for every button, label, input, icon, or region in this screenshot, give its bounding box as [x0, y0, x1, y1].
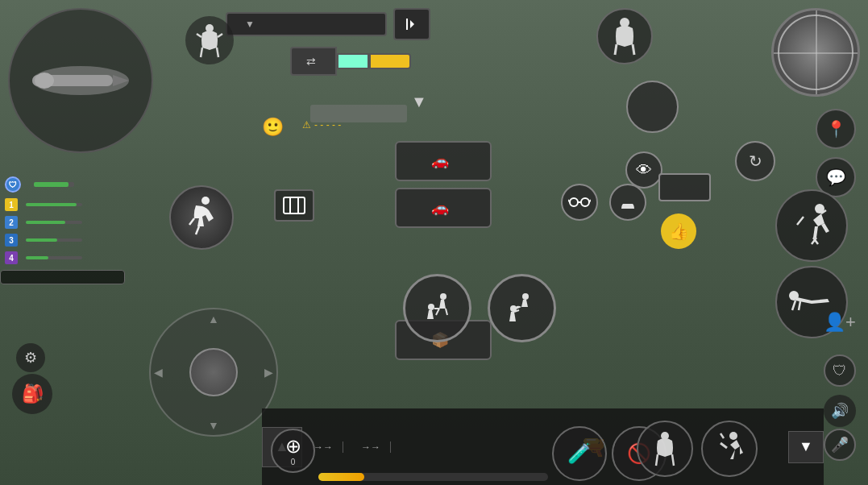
- add-teammate-icon: 👤+: [824, 306, 856, 338]
- mic-icon: 🎤: [831, 436, 849, 454]
- ammo-mode-2: →→: [358, 441, 391, 453]
- team-item-1: 1: [0, 196, 125, 213]
- team-header: 🛡: [0, 173, 125, 196]
- sprint-area: [169, 185, 234, 253]
- team-num-2: 2: [5, 216, 18, 229]
- ammo-dropdown-btn[interactable]: ▼: [788, 431, 824, 463]
- follow-button[interactable]: [0, 270, 125, 284]
- team-panel: 🛡 1 2 3 4: [0, 173, 125, 284]
- svg-rect-8: [284, 197, 305, 213]
- joystick-inner[interactable]: [189, 348, 238, 396]
- team-num-3: 3: [5, 234, 18, 247]
- cancel-button[interactable]: [771, 8, 860, 97]
- svg-rect-4: [406, 19, 408, 30]
- rescue-button[interactable]: [403, 274, 471, 342]
- smiley-icon: 🙂: [262, 117, 284, 137]
- sprint-button[interactable]: [169, 185, 234, 250]
- scope-line-v: [816, 10, 817, 94]
- svg-point-18: [428, 304, 434, 310]
- drive-button[interactable]: 🚗: [395, 141, 492, 181]
- medkit-icon: ⊕: [285, 435, 301, 458]
- medkit-count: 0: [291, 458, 296, 466]
- like-button[interactable]: 👍: [661, 213, 696, 249]
- ammo-arrow-2: →→: [361, 441, 380, 453]
- bottom-teammates: [637, 421, 758, 477]
- settings-icon: ⚙: [24, 349, 37, 367]
- map-icon-area: [274, 189, 314, 222]
- item-button-1[interactable]: 🧪: [552, 426, 607, 481]
- shield-button[interactable]: 🛡: [824, 354, 856, 387]
- eye-button[interactable]: 👁: [625, 151, 662, 189]
- arrows-icon: ⇄: [306, 55, 316, 68]
- medkit-button[interactable]: ⊕ 0: [271, 429, 315, 473]
- map-button[interactable]: [274, 189, 314, 222]
- team-num-1: 1: [5, 198, 18, 211]
- team-num-4: 4: [5, 251, 18, 264]
- team-item-4: 4: [0, 249, 125, 267]
- reset-button[interactable]: [337, 53, 369, 69]
- hand-button[interactable]: [609, 184, 646, 221]
- glasses-button[interactable]: [561, 184, 598, 221]
- ammo-arrow-1: →→: [314, 441, 333, 453]
- svg-point-12: [581, 198, 589, 206]
- getin-icon: 🚗: [431, 199, 449, 217]
- side-area: ↻: [735, 141, 775, 184]
- person-plus-icon: 👤+: [824, 312, 856, 333]
- svg-point-17: [440, 293, 446, 300]
- rescue-carry-row: [403, 274, 556, 342]
- svg-point-11: [570, 198, 578, 206]
- svg-point-3: [35, 73, 54, 89]
- teammate-circle-2[interactable]: [701, 421, 758, 477]
- shield-icon: 🛡: [833, 363, 847, 379]
- svg-point-19: [522, 293, 529, 300]
- progress-bar: [318, 473, 548, 481]
- joystick-outer[interactable]: ◀ ▶ ▲ ▼: [149, 308, 278, 437]
- top-bar: ▼: [226, 8, 860, 40]
- progress-fill: [318, 473, 364, 481]
- emoji-btn[interactable]: 🙂: [262, 117, 284, 138]
- thumbsup-icon: 👍: [669, 222, 689, 241]
- eye-icon: 👁: [636, 161, 652, 180]
- player-figure-top: [596, 8, 653, 64]
- team-item-3: 3: [0, 231, 125, 249]
- carry-button[interactable]: [488, 274, 556, 342]
- svg-point-23: [729, 432, 737, 440]
- layout-button[interactable]: ⇄: [290, 47, 337, 76]
- exit-icon-btn[interactable]: [393, 8, 430, 40]
- save-button[interactable]: [369, 53, 411, 69]
- svg-point-7: [201, 197, 210, 205]
- player-figure-2: [185, 16, 234, 64]
- teammate-circle-1[interactable]: [637, 421, 693, 477]
- header-badge: 🛡: [5, 176, 21, 193]
- volume-icon: 🔊: [831, 402, 849, 420]
- scope-button[interactable]: [658, 173, 711, 201]
- warning-icon: ⚠: [302, 119, 311, 131]
- chat-icon: 💬: [826, 168, 846, 187]
- joystick-arrow-down: ▼: [208, 419, 219, 432]
- location-btn[interactable]: 📍: [816, 109, 856, 149]
- volume-button[interactable]: 🔊: [824, 395, 856, 427]
- mode-dropdown[interactable]: ▼: [226, 12, 387, 36]
- bullet-circle: [8, 8, 153, 153]
- backpack-button[interactable]: 🎒: [12, 374, 52, 414]
- location-icon: 📍: [826, 119, 846, 139]
- settings-button[interactable]: ⚙: [16, 343, 45, 372]
- layout-row: ⇄: [290, 47, 411, 76]
- mic-button[interactable]: 🎤: [824, 429, 856, 461]
- side-refresh-button[interactable]: ↻: [735, 141, 775, 181]
- team-item-2: 2: [0, 213, 125, 231]
- drive-icon: 🚗: [431, 152, 449, 170]
- chevron-dropdown-btn[interactable]: ▼: [411, 93, 427, 111]
- get-in-button[interactable]: 🚗: [395, 188, 492, 228]
- ammo-mode-1: →→: [310, 441, 343, 453]
- item-icon-1: 🧪: [567, 442, 592, 465]
- backpack-icon: 🎒: [22, 383, 44, 404]
- run-figure-right: [775, 189, 848, 262]
- joystick-arrow-right: ▶: [264, 366, 273, 379]
- mode-chevron-icon: ▼: [245, 19, 255, 30]
- fpp-button[interactable]: [626, 81, 679, 133]
- refresh-icon: ↻: [749, 151, 762, 171]
- joystick-arrow-left: ◀: [154, 366, 163, 379]
- joystick-area[interactable]: ◀ ▶ ▲ ▼: [149, 308, 278, 437]
- warning-area: ⚠ - - - - -: [302, 119, 341, 131]
